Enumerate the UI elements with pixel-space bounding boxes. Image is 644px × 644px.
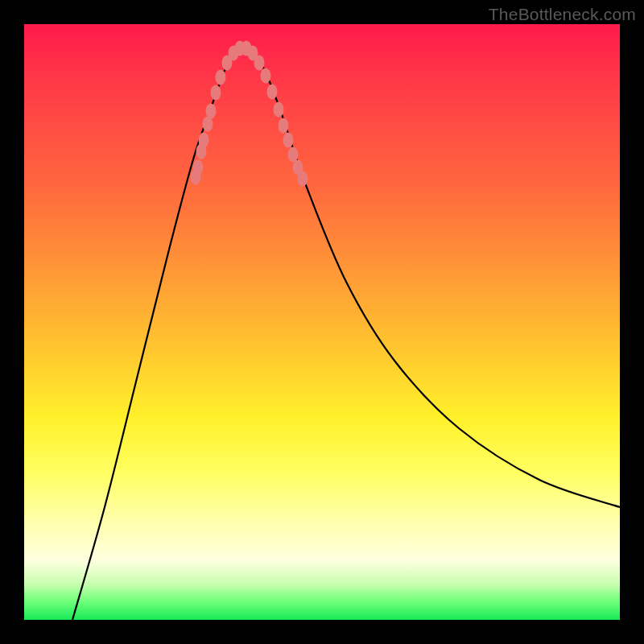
- marker-dot: [298, 171, 308, 187]
- bottleneck-curve: [72, 48, 620, 620]
- curve-svg: [24, 24, 620, 620]
- marker-dot: [274, 102, 284, 118]
- marker-dot: [283, 133, 294, 148]
- marker-dot: [216, 70, 226, 85]
- plot-area: [24, 24, 620, 620]
- marker-dot: [288, 147, 299, 163]
- marker-dot: [206, 104, 217, 119]
- marker-dot: [211, 85, 221, 101]
- marker-dot: [199, 133, 209, 148]
- marker-dot: [193, 160, 204, 175]
- watermark-text: TheBottleneck.com: [489, 5, 636, 24]
- marker-dot: [267, 85, 278, 100]
- sample-markers: [191, 41, 308, 187]
- marker-dot: [254, 56, 265, 71]
- marker-dot: [261, 68, 271, 84]
- chart-frame: TheBottleneck.com: [0, 0, 644, 644]
- marker-dot: [279, 118, 289, 134]
